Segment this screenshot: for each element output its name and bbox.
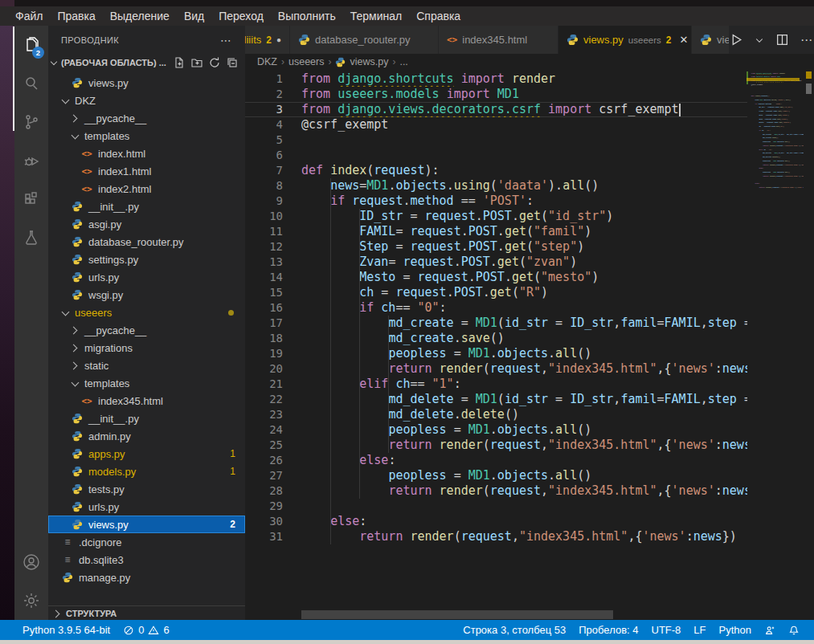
tab-database-roouter-py[interactable]: database_roouter.py	[290, 26, 439, 54]
code-line-3[interactable]: 3from django.views.decorators.csrf impor…	[245, 102, 747, 117]
account-icon[interactable]	[14, 543, 48, 581]
menu-item[interactable]: Терминал	[343, 10, 409, 22]
refresh-icon[interactable]	[208, 56, 221, 69]
tree-folder--pycache-[interactable]: __pycache__	[48, 109, 245, 127]
tree-file-index-html[interactable]: <>index.html	[48, 145, 245, 162]
source-control-icon[interactable]	[14, 103, 48, 141]
code-line-28[interactable]: 28 return render(request,"index345.html"…	[245, 483, 747, 499]
tab-views-py[interactable]: views.pyuseeers2✕	[558, 26, 692, 54]
menu-item[interactable]: Переход	[211, 10, 271, 22]
code-line-16[interactable]: 16 if ch== "0":	[245, 300, 747, 316]
new-folder-icon[interactable]	[190, 56, 203, 69]
menu-item[interactable]: Правка	[50, 10, 102, 22]
code-line-14[interactable]: 14 Mesto = request.POST.get("mesto")	[245, 270, 747, 285]
code-line-21[interactable]: 21 elif ch== "1":	[245, 377, 747, 392]
code-line-2[interactable]: 2from useeers.models import MD1	[245, 87, 747, 102]
menu-item[interactable]: Файл	[8, 10, 50, 22]
tree-folder-templates[interactable]: templates	[48, 127, 245, 145]
overview-ruler[interactable]	[804, 70, 814, 620]
tree-folder-static[interactable]: static	[48, 357, 245, 374]
eol-setting[interactable]: LF	[687, 624, 712, 636]
tree-file-urls-py[interactable]: urls.py	[48, 498, 245, 516]
python-interpreter[interactable]: Python 3.9.5 64-bit	[16, 620, 117, 640]
tree-file-tests-py[interactable]: tests.py	[48, 480, 245, 498]
sidebar-more-icon[interactable]: ⋯	[220, 34, 232, 47]
code-line-27[interactable]: 27 peopless = MD1.objects.all()	[245, 468, 747, 483]
code-line-8[interactable]: 8 news=MD1.objects.using('daata').all()	[245, 178, 747, 194]
tree-folder--pycache-[interactable]: __pycache__	[48, 321, 245, 339]
menu-item[interactable]: Справка	[409, 10, 468, 22]
split-editor-icon[interactable]	[775, 33, 789, 47]
tree-folder-useeers[interactable]: useeers	[48, 304, 245, 321]
code-line-12[interactable]: 12 Step = request.POST.get("step")	[245, 239, 747, 255]
code-line-31[interactable]: 31 return render(request,"index345.html"…	[245, 529, 747, 544]
tree-file-database-roouter-py[interactable]: database_roouter.py	[48, 233, 245, 251]
breadcrumb-item[interactable]: views.py	[350, 56, 388, 67]
tree-file-views-py[interactable]: views.py	[48, 74, 245, 92]
menu-item[interactable]: Вид	[177, 10, 211, 22]
breadcrumb-item[interactable]: useeers	[288, 56, 324, 67]
tree-file--dcignore[interactable]: ≡.dcignore	[48, 533, 245, 551]
tree-file--init-py[interactable]: __init__.py	[48, 410, 245, 427]
code-line-22[interactable]: 22 md_delete = MD1(id_str = ID_str,famil…	[245, 392, 747, 407]
tree-folder-migrations[interactable]: migrations	[48, 339, 245, 357]
run-python-file-icon[interactable]	[730, 33, 743, 47]
tree-folder-DKZ[interactable]: DKZ	[48, 92, 245, 109]
search-icon[interactable]	[14, 64, 48, 103]
code-line-26[interactable]: 26 else:	[245, 453, 747, 468]
code-line-13[interactable]: 13 Zvan= request.POST.get("zvan")	[245, 255, 747, 270]
code-line-18[interactable]: 18 md_create.save()	[245, 331, 747, 346]
horizontal-scrollbar[interactable]	[301, 610, 613, 619]
code-line-10[interactable]: 10 ID_str = request.POST.get("id_str")	[245, 209, 747, 224]
code-line-7[interactable]: 7def index(request):	[245, 163, 747, 178]
tree-file-apps-py[interactable]: apps.py1	[48, 445, 245, 463]
explorer-icon[interactable]: 2	[14, 26, 48, 64]
collapse-folders-icon[interactable]	[226, 56, 239, 69]
testing-icon[interactable]	[14, 218, 48, 257]
code-line-20[interactable]: 20 return render(request,"index345.html"…	[245, 361, 747, 377]
cursor-position[interactable]: Строка 3, столбец 53	[456, 624, 572, 636]
close-icon[interactable]: ✕	[679, 34, 688, 46]
code-line-19[interactable]: 19 peopless = MD1.objects.all()	[245, 346, 747, 361]
language-mode[interactable]: Python	[713, 624, 758, 636]
settings-gear-icon[interactable]	[14, 581, 48, 620]
breadcrumb-item[interactable]: DKZ	[257, 56, 277, 67]
code-line-24[interactable]: 24 peopless = MD1.objects.all()	[245, 422, 747, 438]
tree-file--init-py[interactable]: __init__.py	[48, 198, 245, 215]
code-line-9[interactable]: 9 if request.method == 'POST':	[245, 194, 747, 209]
tree-file-wsgi-py[interactable]: wsgi.py	[48, 286, 245, 304]
tree-file-index1-html[interactable]: <>index1.html	[48, 162, 245, 180]
tree-file-settings-py[interactable]: settings.py	[48, 251, 245, 268]
code-line-1[interactable]: 1from django.shortcuts import render	[245, 71, 747, 87]
notifications-bell-icon[interactable]	[782, 625, 806, 636]
code-line-15[interactable]: 15 ch = request.POST.get("R")	[245, 285, 747, 300]
tree-file-manage-py[interactable]: manage.py	[48, 569, 245, 586]
code-editor[interactable]: 1from django.shortcuts import render2fro…	[245, 70, 814, 620]
minimap[interactable]: from django.shortcuts import renderfrom …	[747, 71, 804, 232]
run-dropdown-chevron-icon[interactable]	[755, 35, 764, 45]
tab-index345-html[interactable]: <>index345.html	[439, 26, 558, 54]
code-line-6[interactable]: 6	[245, 148, 747, 163]
code-line-17[interactable]: 17 md_create = MD1(id_str = ID_str,famil…	[245, 316, 747, 331]
tree-file-urls-py[interactable]: urls.py	[48, 268, 245, 286]
code-line-4[interactable]: 4@csrf_exempt	[245, 117, 747, 132]
tab-diiits[interactable]: diiits2●	[245, 26, 290, 54]
extensions-icon[interactable]	[14, 180, 48, 218]
problems-indicator[interactable]: 0 6	[117, 620, 175, 640]
editor-more-actions-icon[interactable]: ⋯	[800, 33, 813, 47]
code-line-11[interactable]: 11 FAMIL= request.POST.get("famil")	[245, 224, 747, 239]
code-line-25[interactable]: 25 return render(request,"index345.html"…	[245, 438, 747, 453]
tree-file-asgi-py[interactable]: asgi.py	[48, 215, 245, 233]
indentation-setting[interactable]: Пробелов: 4	[572, 624, 644, 636]
tree-file-admin-py[interactable]: admin.py	[48, 427, 245, 445]
workspace-section-header[interactable]: (РАБОЧАЯ ОБЛАСТЬ) ...	[48, 54, 245, 71]
code-line-29[interactable]: 29	[245, 499, 747, 514]
outline-section-header[interactable]: СТРУКТУРА	[48, 605, 245, 620]
menu-item[interactable]: Выделение	[103, 10, 177, 22]
tab-vie[interactable]: vie	[692, 26, 730, 54]
menu-item[interactable]: Выполнить	[271, 10, 343, 22]
tree-file-views-py[interactable]: views.py2	[48, 516, 245, 533]
code-line-30[interactable]: 30 else:	[245, 514, 747, 529]
breadcrumb-item[interactable]: ...	[399, 56, 407, 67]
tree-file-index345-html[interactable]: <>index345.html	[48, 392, 245, 410]
